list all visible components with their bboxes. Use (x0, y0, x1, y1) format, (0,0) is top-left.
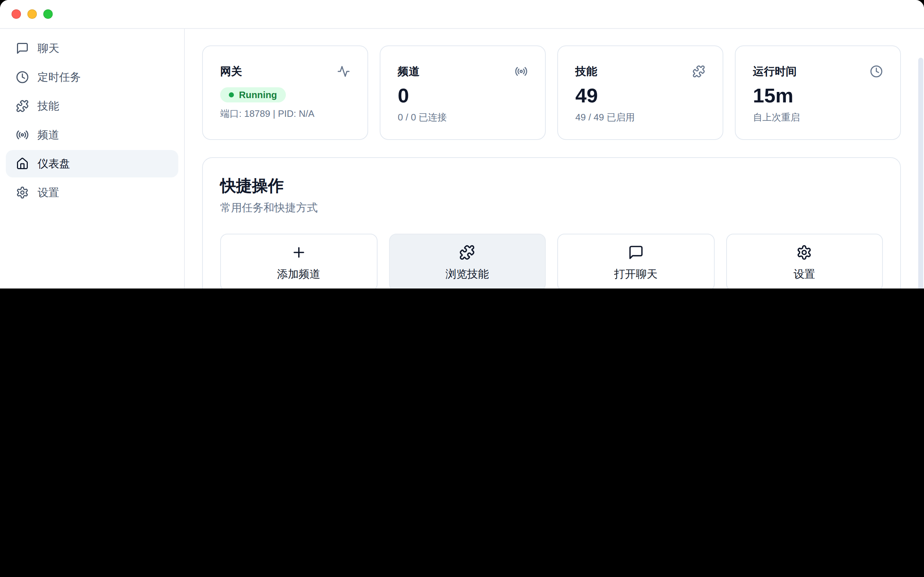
sidebar-item-settings[interactable]: 设置 (6, 179, 178, 206)
stat-card-skills: 技能4949 / 49 已启用 (557, 45, 723, 140)
quick-action-label: 打开聊天 (614, 267, 657, 281)
stat-card-subtext: 自上次重启 (753, 111, 883, 124)
stat-card-subtext: 端口: 18789 | PID: N/A (220, 108, 350, 121)
stat-card-title: 运行时间 (753, 65, 797, 79)
sidebar-item-label: 频道 (37, 128, 59, 142)
home-icon (16, 157, 29, 170)
zoom-button[interactable] (43, 10, 53, 19)
stat-card-uptime: 运行时间15m自上次重启 (735, 45, 901, 140)
gear-icon (796, 244, 813, 260)
quick-actions-card: 快捷操作 常用任务和快捷方式 添加频道浏览技能打开聊天设置开发者控制台 (202, 157, 901, 288)
stat-card-title: 网关 (220, 65, 242, 79)
stat-card-title: 频道 (398, 65, 420, 79)
status-badge: Running (220, 87, 286, 102)
sidebar-item-label: 仪表盘 (37, 157, 70, 171)
stat-card-value: 15m (753, 86, 883, 106)
sidebar-item-label: 定时任务 (37, 70, 81, 84)
stat-card-subtext: 0 / 0 已连接 (398, 111, 528, 124)
activity-icon (337, 65, 350, 78)
radio-icon (16, 128, 29, 141)
stats-row: 网关Running端口: 18789 | PID: N/A频道00 / 0 已连… (202, 45, 901, 140)
stat-card-value: 0 (398, 86, 528, 106)
quick-actions-grid: 添加频道浏览技能打开聊天设置开发者控制台 (220, 234, 883, 288)
sidebar-item-label: 技能 (37, 99, 59, 113)
clock-icon (870, 65, 883, 78)
sidebar-item-label: 设置 (37, 186, 59, 200)
quick-action-browse-skills[interactable]: 浏览技能 (389, 234, 546, 288)
sidebar-item-label: 聊天 (37, 42, 59, 55)
puzzle-icon (459, 244, 475, 260)
gear-icon (16, 186, 29, 199)
stat-card-subtext: 49 / 49 已启用 (575, 111, 705, 124)
chat-icon (628, 244, 644, 260)
app-body: 聊天定时任务技能频道仪表盘设置 开发者控制台 网关Running端口: 1878… (0, 29, 924, 288)
sidebar: 聊天定时任务技能频道仪表盘设置 开发者控制台 (0, 29, 185, 288)
status-badge-label: Running (239, 89, 277, 100)
quick-actions-title: 快捷操作 (220, 175, 883, 197)
sidebar-item-dashboard[interactable]: 仪表盘 (6, 150, 178, 177)
quick-action-label: 设置 (794, 267, 815, 281)
status-dot (229, 92, 234, 97)
clock-icon (16, 71, 29, 84)
chat-icon (16, 42, 29, 55)
puzzle-icon (16, 100, 29, 113)
radio-icon (515, 65, 528, 78)
stat-card-value: 49 (575, 86, 705, 106)
screen: 聊天定时任务技能频道仪表盘设置 开发者控制台 网关Running端口: 1878… (0, 0, 924, 288)
main-content: 网关Running端口: 18789 | PID: N/A频道00 / 0 已连… (185, 29, 924, 288)
minimize-button[interactable] (27, 10, 37, 19)
quick-action-label: 浏览技能 (446, 267, 489, 281)
stat-card-title: 技能 (575, 65, 597, 79)
quick-action-open-chat[interactable]: 打开聊天 (557, 234, 714, 288)
quick-action-label: 添加频道 (277, 267, 320, 281)
app-window: 聊天定时任务技能频道仪表盘设置 开发者控制台 网关Running端口: 1878… (0, 0, 924, 288)
sidebar-item-tasks[interactable]: 定时任务 (6, 63, 178, 91)
quick-actions-subtitle: 常用任务和快捷方式 (220, 201, 883, 215)
sidebar-item-channels[interactable]: 频道 (6, 121, 178, 148)
traffic-lights (11, 10, 53, 19)
sidebar-nav: 聊天定时任务技能频道仪表盘设置 (6, 35, 178, 208)
titlebar (0, 0, 924, 29)
scrollbar-thumb[interactable] (918, 58, 923, 288)
sidebar-item-skills[interactable]: 技能 (6, 92, 178, 120)
sidebar-item-chat[interactable]: 聊天 (6, 35, 178, 62)
quick-action-add-channel[interactable]: 添加频道 (220, 234, 377, 288)
stat-card-channels: 频道00 / 0 已连接 (380, 45, 546, 140)
sidebar-spacer (6, 208, 178, 288)
puzzle-icon (692, 65, 705, 78)
close-button[interactable] (11, 10, 21, 19)
plus-icon (291, 244, 307, 260)
stat-card-gateway: 网关Running端口: 18789 | PID: N/A (202, 45, 368, 140)
quick-action-settings[interactable]: 设置 (726, 234, 883, 288)
